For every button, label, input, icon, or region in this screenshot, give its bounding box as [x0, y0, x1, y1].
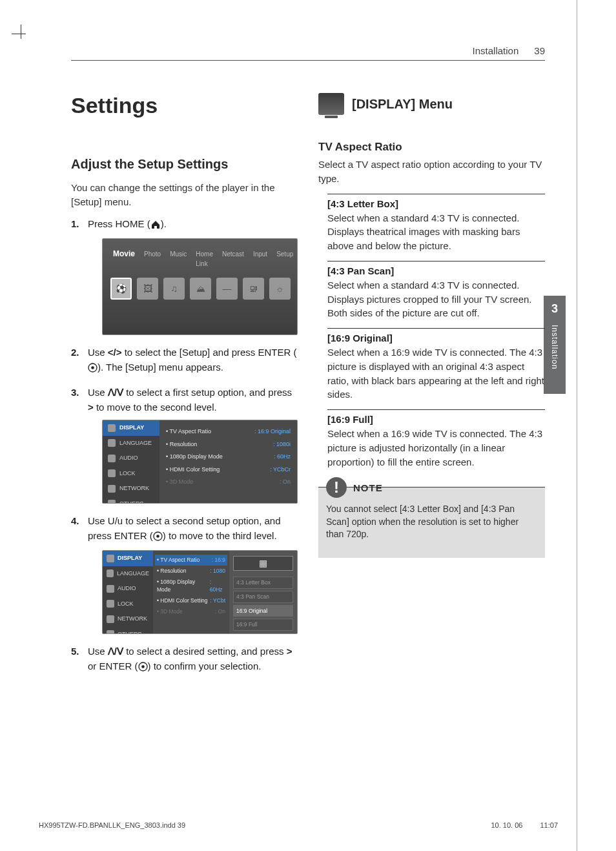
tv-icon — [318, 93, 344, 115]
home-icon-homelink: ⛰ — [190, 278, 211, 300]
others-icon — [107, 630, 114, 634]
home-icon-setup: ☼ — [269, 278, 291, 300]
footer-filename: HX995TZW-FD.BPANLLK_ENG_3803.indd 39 — [39, 821, 185, 829]
right-column: [DISPLAY] Menu TV Aspect Ratio Select a … — [318, 93, 545, 684]
screenshot-setup-level1: DISPLAY LANGUAGE AUDIO LOCK NETWORK OTHE… — [102, 420, 298, 504]
home-icon — [150, 219, 161, 234]
sidebar-audio: AUDIO — [103, 451, 159, 466]
home-icon-input: 🖳 — [243, 278, 264, 300]
sidebar-display: DISPLAY — [103, 420, 159, 436]
language-icon — [107, 569, 114, 577]
enter-icon — [88, 362, 98, 377]
footer-time: 11:07 — [540, 821, 558, 829]
page-footer: HX995TZW-FD.BPANLLK_ENG_3803.indd 39 10.… — [39, 821, 558, 829]
note-label: NOTE — [353, 482, 383, 493]
sidebar-others: OTHERS — [103, 497, 159, 504]
note-body: You cannot select [4:3 Letter Box] and [… — [326, 503, 537, 541]
popup-opt-3: 16:9 Full — [233, 619, 293, 631]
intro-text: You can change the settings of the playe… — [71, 181, 298, 209]
up-down-arrows: ᐱ/ᐯ — [108, 387, 123, 398]
left-right-arrows: </> — [108, 347, 122, 358]
home-icon-music: ♫ — [163, 278, 185, 300]
lock-icon — [107, 600, 114, 608]
up-down-arrows: ᐱ/ᐯ — [108, 646, 123, 657]
setup-sidebar: DISPLAY LANGUAGE AUDIO LOCK NETWORK OTHE… — [103, 420, 159, 503]
audio-icon — [108, 455, 116, 462]
home-icon-netcast: — — [216, 278, 238, 300]
home-icon-movie: ⚽ — [110, 278, 132, 300]
popup-opt-2: 16:9 Original — [233, 605, 293, 617]
option-43-panscan: [4:3 Pan Scan] Select when a standard 4:… — [327, 261, 545, 320]
setup-sidebar: DISPLAY LANGUAGE AUDIO LOCK NETWORK OTHE… — [103, 551, 153, 633]
note-exclamation-icon: ! — [326, 477, 347, 498]
page-header: Installation 39 — [71, 45, 545, 61]
screenshot-home-menu: Movie Photo Music Home Link Netcast Inpu… — [102, 238, 298, 335]
setup-options: • TV Aspect Ratio: 16:9 Original • Resol… — [159, 420, 297, 503]
svg-point-5 — [141, 665, 145, 668]
enter-icon — [138, 661, 148, 676]
step-1: Press HOME (). Movie Photo Music Home Li… — [71, 217, 298, 336]
language-icon — [108, 439, 116, 447]
footer-date: 10. 10. 06 — [491, 821, 522, 829]
right-arrow: > — [287, 646, 293, 657]
home-tabs: Movie Photo Music Home Link Netcast Inpu… — [109, 248, 291, 269]
lock-icon — [108, 469, 116, 477]
right-arrow: > — [88, 402, 94, 413]
popup-opt-0: 4:3 Letter Box — [233, 577, 293, 589]
display-icon — [107, 555, 114, 562]
display-menu-heading: [DISPLAY] Menu — [318, 93, 545, 115]
step-5: Use ᐱ/ᐯ to select a desired setting, and… — [71, 644, 298, 675]
left-column: Settings Adjust the Setup Settings You c… — [71, 93, 298, 684]
option-169-full: [16:9 Full] Select when a 16:9 wide TV i… — [327, 409, 545, 469]
step-4: Use U/u to select a second setup option,… — [71, 514, 298, 634]
network-icon — [108, 485, 116, 493]
note-box: ! NOTE You cannot select [4:3 Letter Box… — [318, 487, 545, 558]
header-page-number: 39 — [534, 45, 545, 56]
others-icon — [108, 500, 116, 504]
popup-opt-1: 4:3 Pan Scan — [233, 591, 293, 603]
screenshot-setup-level2: DISPLAY LANGUAGE AUDIO LOCK NETWORK OTHE… — [102, 550, 298, 634]
header-section: Installation — [473, 45, 519, 56]
enter-icon — [153, 531, 163, 546]
sidebar-language: LANGUAGE — [103, 436, 159, 451]
step-2: Use </> to select the [Setup] and press … — [71, 345, 298, 376]
option-43-letterbox: [4:3 Letter Box] Select when a standard … — [327, 194, 545, 253]
option-169-original: [16:9 Original] Select when a 16:9 wide … — [327, 328, 545, 402]
setup-options: • TV Aspect Ratio: 16:9 • Resolution: 10… — [153, 551, 229, 633]
subsection-title: Adjust the Setup Settings — [71, 157, 298, 172]
home-icons-row: ⚽ 🖾 ♫ ⛰ — 🖳 ☼ — [109, 278, 291, 300]
page-title: Settings — [71, 93, 298, 118]
network-icon — [107, 615, 114, 623]
home-icon-photo: 🖾 — [137, 278, 158, 300]
svg-point-3 — [156, 535, 159, 538]
display-menu-title: [DISPLAY] Menu — [352, 97, 453, 112]
step-3: Use ᐱ/ᐯ to select a first setup option, … — [71, 385, 298, 504]
preview-box: ▦ — [233, 556, 293, 571]
aspect-ratio-popup: ▦ 4:3 Letter Box 4:3 Pan Scan 16:9 Origi… — [229, 551, 297, 633]
sidebar-network: NETWORK — [103, 481, 159, 497]
tv-aspect-ratio-title: TV Aspect Ratio — [318, 141, 545, 154]
sidebar-lock: LOCK — [103, 466, 159, 482]
display-icon — [108, 424, 116, 432]
tv-aspect-ratio-intro: Select a TV aspect ratio option accordin… — [318, 158, 545, 186]
audio-icon — [107, 585, 114, 593]
svg-point-1 — [91, 366, 94, 369]
